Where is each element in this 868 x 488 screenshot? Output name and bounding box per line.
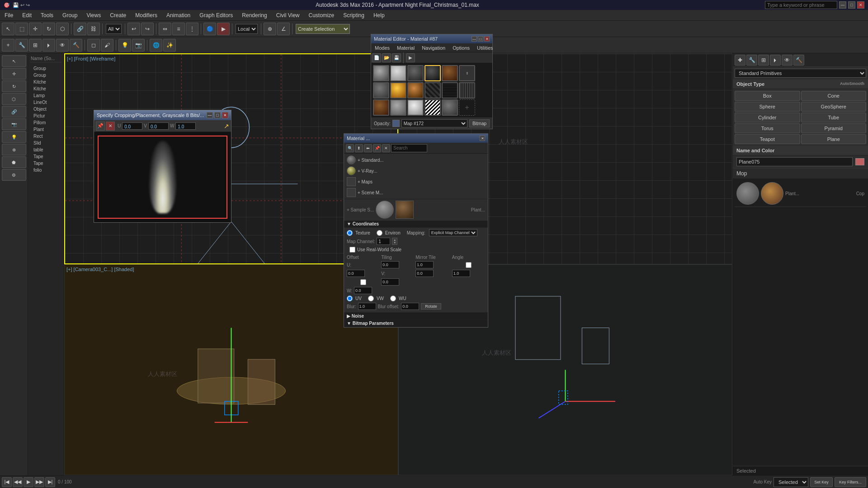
render-btn[interactable]: ▶ (217, 23, 230, 35)
me2-mapping-dropdown[interactable]: Explicit Map Channel (429, 229, 477, 236)
unlink-tool[interactable]: ⛓ (87, 23, 100, 35)
scene-item-table[interactable]: table (32, 146, 60, 153)
me-save-btn[interactable]: 💾 (392, 53, 401, 62)
btn-cone[interactable]: Cone (801, 91, 867, 101)
me2-blur-offset-input[interactable] (401, 303, 419, 310)
object-paint-btn[interactable]: 🖌 (101, 39, 113, 52)
btn-teapot[interactable]: Teapot (735, 134, 800, 144)
menu-rendering[interactable]: Rendering (237, 10, 271, 20)
scene-item-pictur[interactable]: Pictur (32, 113, 60, 119)
menu-customize[interactable]: Customize (304, 10, 339, 20)
scene-item-group2[interactable]: Group (32, 72, 60, 79)
anim-prev-frame[interactable]: |◀ (2, 477, 12, 487)
select-obj-btn[interactable]: ◻ (87, 39, 100, 52)
undo-btn[interactable]: ↩ (127, 23, 140, 35)
scale-tool[interactable]: ⬡ (56, 23, 69, 35)
light-btn[interactable]: 💡 (118, 39, 131, 52)
me2-undo[interactable]: ✕ (382, 144, 390, 152)
snap-toggle[interactable]: ⊕ (264, 23, 276, 35)
display-btn[interactable]: 👁 (56, 39, 69, 52)
material-editor-btn[interactable]: 🔵 (203, 23, 216, 35)
me2-search[interactable]: 🔍 (346, 144, 354, 152)
selected-mode-dropdown[interactable]: Selected (774, 477, 808, 487)
scene-item-tape2[interactable]: Tape (32, 160, 60, 167)
me2-close[interactable]: ✕ (480, 136, 485, 141)
panel-display-icon[interactable]: 👁 (782, 55, 793, 66)
me2-coords-header[interactable]: ▼ Coordinates (344, 221, 488, 228)
me-open-btn[interactable]: 📂 (382, 53, 391, 62)
me-minimize[interactable]: — (472, 36, 477, 42)
menu-edit[interactable]: Edit (18, 10, 36, 20)
crop-minimize[interactable]: — (207, 112, 213, 118)
coord-dropdown[interactable]: Local (236, 24, 258, 34)
me2-u-offset-input[interactable] (381, 261, 399, 268)
menu-modifiers[interactable]: Modifiers (131, 10, 162, 20)
crop-w-value[interactable]: 1.0 (175, 122, 196, 130)
anim-next-key[interactable]: ▶▶ (34, 477, 44, 487)
select-tool[interactable]: ↖ (2, 23, 14, 35)
opacity-map-icon[interactable] (392, 120, 400, 127)
scene-item-lineot[interactable]: LineOt (32, 99, 60, 106)
me2-nav1[interactable]: ⬆ (355, 144, 363, 152)
scene-item-pillom[interactable]: Pillom (32, 119, 60, 126)
anim-prev-key[interactable]: ◀◀ (13, 477, 23, 487)
me2-v-offset-input[interactable] (415, 270, 434, 277)
array-btn[interactable]: ⋮ (186, 23, 198, 35)
me2-bitmap-header[interactable]: ▼ Bitmap Parameters (344, 320, 488, 327)
menu-tools[interactable]: Tools (36, 10, 58, 20)
menu-create[interactable]: Create (105, 10, 131, 20)
mirror-btn[interactable]: ⇔ (159, 23, 171, 35)
swatch-2-5[interactable]: + (459, 99, 475, 116)
me-render-btn[interactable]: ▶ (406, 53, 415, 62)
me2-v-angle-input[interactable] (381, 278, 399, 286)
swatch-2-1[interactable] (390, 99, 406, 116)
me2-environ-radio[interactable] (377, 230, 382, 236)
me2-mat-item3[interactable]: + Maps (346, 176, 486, 187)
crop-maximize[interactable]: □ (214, 112, 221, 118)
env-btn[interactable]: 🌐 (150, 39, 162, 52)
hierarchy-btn[interactable]: ⊞ (29, 39, 42, 52)
me2-map-channel-input[interactable] (377, 238, 390, 245)
menu-animation[interactable]: Animation (162, 10, 195, 20)
me2-mat-item2[interactable]: + V-Ray... (346, 165, 486, 176)
menu-graph-editors[interactable]: Graph Editors (195, 10, 237, 20)
select-region[interactable]: ⬚ (15, 23, 28, 35)
me2-noise-header[interactable]: ▶ Noise (344, 312, 488, 320)
crop-placement-window[interactable]: Specify Cropping/Placement, Grayscale 8 … (94, 110, 231, 223)
scene-item-lamp[interactable]: Lamp (32, 92, 60, 99)
sb-shapes[interactable]: ⬟ (2, 156, 26, 168)
me2-v-tiling-input[interactable] (452, 270, 470, 277)
panel-create-icon[interactable]: ✚ (735, 55, 745, 66)
material-bitmap-editor[interactable]: Material ... ✕ 🔍 ⬆ ⬅ 📌 ✕ + Standard... +… (344, 133, 488, 328)
move-tool[interactable]: ✛ (29, 23, 42, 35)
btn-tube[interactable]: Tube (801, 113, 867, 122)
menu-civil-view[interactable]: Civil View (272, 10, 304, 20)
link-tool[interactable]: 🔗 (74, 23, 86, 35)
anim-play[interactable]: ▶ (24, 477, 33, 487)
panel-hierarchy-icon[interactable]: ⊞ (758, 55, 769, 66)
keyword-search[interactable] (765, 1, 837, 9)
swatch-0-1[interactable] (390, 65, 406, 81)
plant-sphere-preview2[interactable] (761, 182, 783, 205)
menu-scripting[interactable]: Scripting (339, 10, 369, 20)
rotate-tool[interactable]: ↻ (42, 23, 55, 35)
swatch-2-2[interactable] (407, 99, 424, 116)
sb-scale[interactable]: ⬡ (2, 93, 26, 105)
crop-tool-close2[interactable]: ✕ (106, 122, 115, 131)
me2-map-channel-spinner[interactable]: ▲ ▼ (392, 238, 397, 245)
me2-search-field[interactable] (391, 144, 427, 152)
effects-btn[interactable]: ✨ (163, 39, 176, 52)
sb-select[interactable]: ↖ (2, 55, 26, 67)
swatch-2-4[interactable] (442, 99, 458, 116)
btn-torus[interactable]: Torus (735, 123, 800, 133)
camera-btn[interactable]: 📷 (132, 39, 145, 52)
close-btn[interactable]: ✕ (857, 1, 864, 9)
scene-item-slid[interactable]: Slid (32, 140, 60, 146)
btn-cylinder[interactable]: Cylinder (735, 113, 800, 122)
crop-tool-pin[interactable]: 📌 (96, 122, 105, 131)
me-menu-options[interactable]: Options (449, 45, 473, 51)
bitmap-btn[interactable]: Bitmap (469, 119, 490, 127)
opacity-map-dropdown[interactable]: Map #172 (401, 119, 467, 127)
me-menu-utilities[interactable]: Utilities (473, 45, 496, 51)
create-btn[interactable]: + (2, 39, 14, 52)
